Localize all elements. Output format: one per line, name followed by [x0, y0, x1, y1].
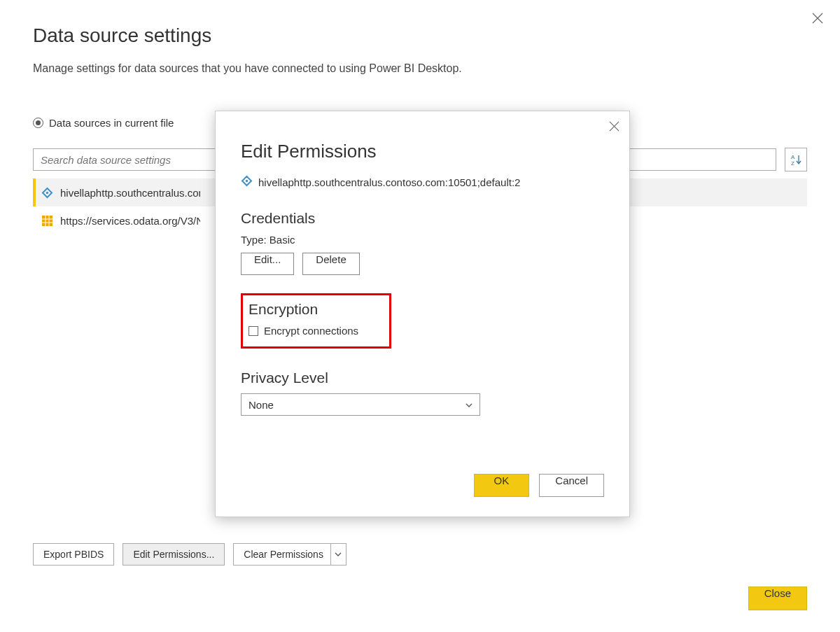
svg-point-6 — [46, 191, 48, 193]
svg-text:Z: Z — [791, 160, 794, 166]
ok-button[interactable]: OK — [474, 474, 530, 497]
credentials-heading: Credentials — [241, 210, 604, 227]
credentials-type: Type: Basic — [241, 234, 604, 246]
table-icon — [41, 215, 53, 227]
window-close-button[interactable] — [812, 13, 823, 27]
encryption-highlight-box: Encryption Encrypt connections — [241, 293, 391, 349]
diamond-icon — [241, 175, 253, 189]
edit-permissions-dialog: Edit Permissions hivellaphttp.southcentr… — [215, 111, 630, 517]
encrypt-label: Encrypt connections — [264, 325, 358, 337]
chevron-down-icon — [465, 399, 472, 411]
clear-permissions-label: Clear Permissions — [244, 549, 323, 560]
radio-icon — [33, 118, 43, 128]
delete-credentials-button[interactable]: Delete — [302, 253, 359, 275]
close-icon — [609, 121, 620, 132]
dialog-source-label: hivellaphttp.southcentralus.contoso.com:… — [258, 176, 520, 188]
svg-rect-7 — [42, 216, 52, 226]
dialog-close-button[interactable] — [609, 121, 620, 134]
edit-permissions-button[interactable]: Edit Permissions... — [122, 543, 225, 566]
chevron-down-icon — [330, 544, 346, 565]
close-icon — [812, 13, 823, 24]
sort-button[interactable]: A Z — [785, 148, 807, 171]
checkbox-icon — [248, 326, 258, 336]
privacy-heading: Privacy Level — [241, 370, 604, 386]
sort-az-icon: A Z — [790, 153, 802, 166]
bottom-button-row: Export PBIDS Edit Permissions... Clear P… — [33, 543, 346, 566]
privacy-value: None — [248, 399, 274, 411]
dialog-title: Edit Permissions — [241, 141, 604, 162]
encryption-heading: Encryption — [248, 301, 384, 318]
close-button[interactable]: Close — [748, 587, 807, 610]
list-item-label: https://services.odata.org/V3/Northwind/… — [60, 215, 200, 227]
radio-label: Data sources in current file — [49, 117, 174, 129]
clear-permissions-button[interactable]: Clear Permissions — [233, 543, 346, 566]
cancel-button[interactable]: Cancel — [539, 474, 604, 497]
svg-text:A: A — [791, 154, 795, 160]
page-title: Data source settings — [33, 24, 807, 47]
privacy-level-select[interactable]: None — [241, 393, 480, 416]
data-source-settings-window: Data source settings Manage settings for… — [0, 0, 840, 632]
page-subtitle: Manage settings for data sources that yo… — [33, 62, 807, 75]
diamond-icon — [41, 187, 53, 199]
export-pbids-button[interactable]: Export PBIDS — [33, 543, 114, 566]
encrypt-connections-checkbox[interactable]: Encrypt connections — [248, 325, 384, 337]
svg-point-15 — [246, 180, 248, 182]
list-item-label: hivellaphttp.southcentralus.contoso.com:… — [60, 187, 200, 199]
edit-credentials-button[interactable]: Edit... — [241, 253, 294, 275]
dialog-source-row: hivellaphttp.southcentralus.contoso.com:… — [241, 175, 604, 189]
